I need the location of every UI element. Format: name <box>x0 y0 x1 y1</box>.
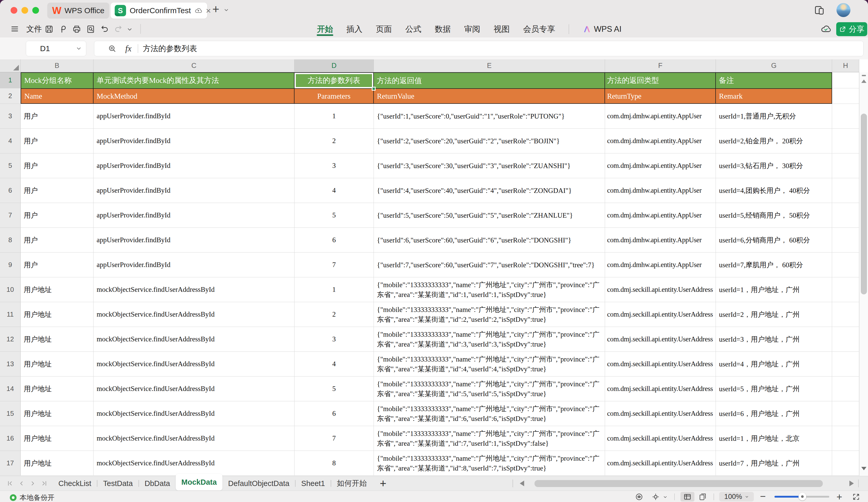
cell-G16[interactable]: userId=1，用户地址，北京 <box>716 426 832 451</box>
menu-tab-view[interactable]: 视图 <box>494 21 510 38</box>
toolbar-chevron-down-icon[interactable] <box>127 26 136 36</box>
zoom-level-button[interactable]: 100% <box>719 492 754 501</box>
cell-C5[interactable]: appUserProvider.findById <box>94 154 294 178</box>
cell-E12[interactable]: {"mobile":"13333333333","name":"广州地址","c… <box>374 327 605 352</box>
cell-E3[interactable]: {"userId":1,"userScore":0,"userGuid":"1"… <box>374 104 605 129</box>
scroll-left-icon[interactable] <box>520 481 524 486</box>
cell-D3[interactable]: 1 <box>294 104 374 129</box>
zoom-slider-thumb[interactable] <box>798 493 806 501</box>
cell-B10[interactable]: 用户地址 <box>21 278 94 302</box>
minimize-window-button[interactable] <box>21 7 28 14</box>
cell-G2[interactable]: Remark <box>716 88 832 104</box>
cell-D7[interactable]: 5 <box>294 203 374 228</box>
cell-G9[interactable]: userId=7,摩肌用户， 60积分 <box>716 253 832 278</box>
cell-B5[interactable]: 用户 <box>21 154 94 178</box>
row-header-10[interactable]: 10 <box>0 278 21 302</box>
cell-G7[interactable]: userId=5,经销商用户， 50积分 <box>716 203 832 228</box>
formula-input[interactable]: fx 方法的参数列表 <box>94 41 864 56</box>
cell-E8[interactable]: {"userId":6,"userScore":60,"userGuid":"6… <box>374 228 605 253</box>
normal-view-button[interactable] <box>681 492 694 501</box>
cell-G13[interactable]: userId=4，用户地址，广州 <box>716 352 832 377</box>
horizontal-scrollbar-thumb[interactable] <box>535 480 823 487</box>
cell-H5[interactable] <box>832 154 859 178</box>
name-box-chevron-icon[interactable] <box>76 45 82 52</box>
cell-D10[interactable]: 1 <box>294 278 374 302</box>
cell-D16[interactable]: 7 <box>294 426 374 451</box>
cell-B3[interactable]: 用户 <box>21 104 94 129</box>
cell-B2[interactable]: Name <box>21 88 94 104</box>
cell-D11[interactable]: 2 <box>294 302 374 327</box>
print-button[interactable] <box>72 24 81 34</box>
cell-E2[interactable]: ReturnValue <box>374 88 605 104</box>
row-header-1[interactable]: 1 <box>0 72 21 88</box>
sheet-tab-DbData[interactable]: DbData <box>139 476 176 491</box>
cell-D9[interactable]: 7 <box>294 253 374 278</box>
selection-chevron-icon[interactable] <box>663 495 668 499</box>
hamburger-menu-icon[interactable] <box>10 24 19 33</box>
row-header-11[interactable]: 11 <box>0 302 21 327</box>
row-header-12[interactable]: 12 <box>0 327 21 352</box>
menu-tab-insert[interactable]: 插入 <box>347 21 362 38</box>
row-header-5[interactable]: 5 <box>0 154 21 178</box>
split-handle[interactable] <box>862 75 866 76</box>
row-header-9[interactable]: 9 <box>0 253 21 278</box>
cell-D12[interactable]: 3 <box>294 327 374 352</box>
cell-C8[interactable]: appUserProvider.findById <box>94 228 294 253</box>
row-header-16[interactable]: 16 <box>0 426 21 451</box>
zoom-out-button[interactable]: − <box>760 491 766 502</box>
cell-E10[interactable]: {"mobile":"13333333333","name":"广州地址","c… <box>374 278 605 302</box>
name-box[interactable]: D1 <box>26 41 86 56</box>
menu-tab-membership[interactable]: 会员专享 <box>523 21 555 38</box>
cell-E1[interactable]: 方法的返回值 <box>374 72 605 88</box>
cell-F2[interactable]: ReturnType <box>605 88 716 104</box>
cell-C4[interactable]: appUserProvider.findById <box>94 129 294 154</box>
cell-F4[interactable]: com.dmj.dmhw.api.entity.AppUser <box>605 129 716 154</box>
cell-B1[interactable]: Mock分组名称 <box>21 72 94 88</box>
cell-E6[interactable]: {"userId":4,"userScore":40,"userGuid":"4… <box>374 178 605 203</box>
print-preview-button[interactable] <box>86 24 95 34</box>
cell-B8[interactable]: 用户 <box>21 228 94 253</box>
fill-handle[interactable] <box>372 87 375 91</box>
cell-C15[interactable]: mockObjectService.findUserAddressById <box>94 401 294 426</box>
row-header-6[interactable]: 6 <box>0 178 21 203</box>
cell-G3[interactable]: userId=1,普通用户,无积分 <box>716 104 832 129</box>
cell-D8[interactable]: 6 <box>294 228 374 253</box>
cell-G14[interactable]: userId=5，用户地址，广州 <box>716 377 832 401</box>
user-avatar[interactable] <box>836 3 850 17</box>
formula-zoom-icon[interactable] <box>108 44 116 53</box>
chevron-down-icon[interactable] <box>224 7 229 13</box>
row-header-17[interactable]: 17 <box>0 451 21 476</box>
cell-B12[interactable]: 用户地址 <box>21 327 94 352</box>
cell-G12[interactable]: userId=3，用户地址，广州 <box>716 327 832 352</box>
row-header-13[interactable]: 13 <box>0 352 21 377</box>
sheet-tab-TestData[interactable]: TestData <box>97 476 138 491</box>
cell-C13[interactable]: mockObjectService.findUserAddressById <box>94 352 294 377</box>
zoom-in-button[interactable]: + <box>836 491 842 502</box>
column-header-D[interactable]: D <box>294 59 374 72</box>
device-sync-icon[interactable] <box>814 5 825 16</box>
cell-C16[interactable]: mockObjectService.findUserAddressById <box>94 426 294 451</box>
cell-E9[interactable]: {"userId":7,"userScore":60,"userGuid":"7… <box>374 253 605 278</box>
row-header-4[interactable]: 4 <box>0 129 21 154</box>
scroll-right-icon[interactable] <box>849 481 854 486</box>
cell-D13[interactable]: 4 <box>294 352 374 377</box>
cell-B17[interactable]: 用户地址 <box>21 451 94 476</box>
cell-F6[interactable]: com.dmj.dmhw.api.entity.AppUser <box>605 178 716 203</box>
cell-C11[interactable]: mockObjectService.findUserAddressById <box>94 302 294 327</box>
cell-H2[interactable] <box>832 88 859 104</box>
column-header-F[interactable]: F <box>605 59 716 72</box>
cell-H1[interactable] <box>832 72 859 88</box>
cell-E16[interactable]: {"mobile":"13333333333","name":"广州地址","c… <box>374 426 605 451</box>
cell-F12[interactable]: com.dmj.seckill.api.entity.UserAddress <box>605 327 716 352</box>
cell-F10[interactable]: com.dmj.seckill.api.entity.UserAddress <box>605 278 716 302</box>
cell-C17[interactable]: mockObjectService.findUserAddressById <box>94 451 294 476</box>
cell-G1[interactable]: 备注 <box>716 72 832 88</box>
column-header-H[interactable]: H <box>832 59 859 72</box>
cell-G5[interactable]: userId=3,钻石用户， 30积分 <box>716 154 832 178</box>
cell-C2[interactable]: MockMethod <box>94 88 294 104</box>
row-header-7[interactable]: 7 <box>0 203 21 228</box>
cell-G4[interactable]: userId=2,铂金用户， 20积分 <box>716 129 832 154</box>
redo-button[interactable] <box>114 24 123 34</box>
cell-B11[interactable]: 用户地址 <box>21 302 94 327</box>
wps-ai-button[interactable]: WPS AI <box>582 24 621 34</box>
